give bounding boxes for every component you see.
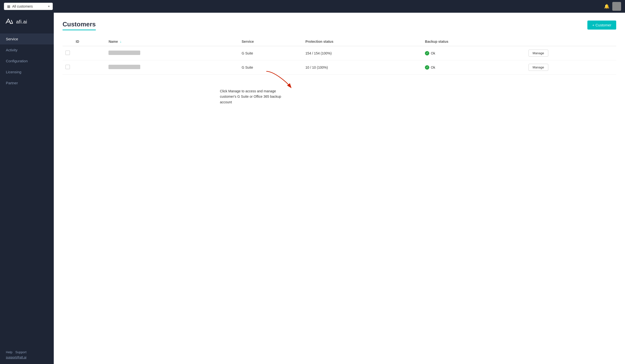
table-header-row: ID Name ↓ Service Protection status Back…	[62, 37, 616, 46]
row1-service: G Suite	[239, 46, 303, 60]
content: Customers + Customer ID Name ↓ Service P…	[54, 13, 625, 364]
bell-icon[interactable]: 🔔	[604, 4, 609, 9]
row1-name	[106, 46, 239, 60]
row2-service: G Suite	[239, 60, 303, 74]
row2-backup-status: ✓ Ok	[422, 60, 525, 74]
chevron-down-icon: ▾	[48, 5, 50, 8]
logo-area: afi.ai	[0, 18, 54, 33]
logo-icon	[5, 18, 14, 26]
name-placeholder	[108, 51, 140, 55]
row1-id	[73, 46, 106, 60]
status-ok: ✓ Ok	[425, 65, 522, 70]
sidebar-item-partner[interactable]: Partner	[0, 77, 54, 89]
col-protection-status: Protection status	[303, 37, 422, 46]
sidebar-item-service[interactable]: Service	[0, 33, 54, 44]
manage-button-2[interactable]: Manage	[529, 64, 548, 71]
table-row: G Suite 10 / 10 (100%) ✓ Ok Manage	[62, 60, 616, 74]
add-customer-button[interactable]: + Customer	[587, 21, 616, 30]
sidebar-item-licensing[interactable]: Licensing	[0, 66, 54, 77]
sidebar-item-configuration[interactable]: Configuration	[0, 56, 54, 66]
status-ok: ✓ Ok	[425, 51, 522, 56]
checkbox-icon[interactable]	[65, 51, 70, 55]
manage-button-1[interactable]: Manage	[529, 50, 548, 57]
col-name[interactable]: Name ↓	[106, 37, 239, 46]
row2-name	[106, 60, 239, 74]
row2-id	[73, 60, 106, 74]
col-service: Service	[239, 37, 303, 46]
page-title-wrap: Customers	[62, 21, 96, 30]
email-link[interactable]: support@afi.ai	[6, 356, 26, 359]
dropdown-label: All customers	[12, 4, 46, 8]
avatar[interactable]	[612, 2, 621, 11]
col-actions	[526, 37, 616, 46]
main-layout: afi.ai Service Activity Configuration Li…	[0, 13, 625, 364]
customer-dropdown[interactable]: ▦ All customers ▾	[4, 3, 53, 10]
nav-items: Service Activity Configuration Licensing…	[0, 33, 54, 89]
row2-checkbox-cell	[62, 60, 73, 74]
footer-links: Help Support	[6, 350, 48, 354]
row2-actions: Manage	[526, 60, 616, 74]
grid-icon: ▦	[7, 4, 10, 8]
row1-backup-status: ✓ Ok	[422, 46, 525, 60]
customers-table: ID Name ↓ Service Protection status Back…	[62, 37, 616, 74]
sort-icon: ↓	[120, 40, 122, 43]
help-link[interactable]: Help	[6, 350, 12, 354]
check-icon: ✓	[425, 51, 429, 56]
row1-checkbox-cell	[62, 46, 73, 60]
logo-text: afi.ai	[16, 19, 27, 25]
col-backup-status: Backup status	[422, 37, 525, 46]
col-checkbox	[62, 37, 73, 46]
row1-protection-status: 154 / 154 (100%)	[303, 46, 422, 60]
sidebar-footer: Help Support support@afi.ai	[0, 345, 54, 364]
support-link[interactable]: Support	[15, 350, 27, 354]
tooltip-text: Click Manage to access and manage custom…	[220, 89, 293, 105]
checkbox-icon[interactable]	[65, 65, 70, 69]
page-title: Customers	[62, 21, 96, 28]
check-icon: ✓	[425, 65, 429, 70]
col-id: ID	[73, 37, 106, 46]
top-bar: ▦ All customers ▾ 🔔	[0, 0, 625, 13]
top-bar-right: 🔔	[604, 2, 621, 11]
sidebar: afi.ai Service Activity Configuration Li…	[0, 13, 54, 364]
row2-protection-status: 10 / 10 (100%)	[303, 60, 422, 74]
row1-actions: Manage	[526, 46, 616, 60]
page-header: Customers + Customer	[62, 21, 616, 30]
name-placeholder	[108, 65, 140, 69]
table-row: G Suite 154 / 154 (100%) ✓ Ok Manage	[62, 46, 616, 60]
sidebar-item-activity[interactable]: Activity	[0, 44, 54, 56]
